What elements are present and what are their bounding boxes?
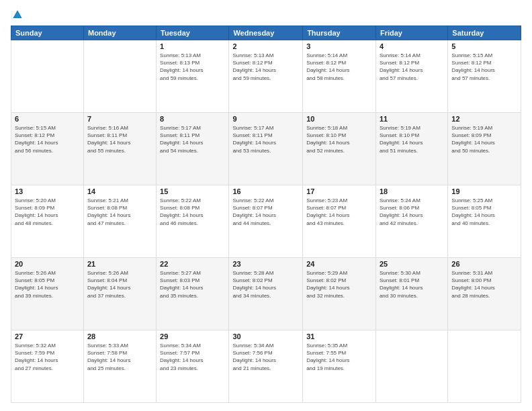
day-info: Sunrise: 5:21 AMSunset: 8:08 PMDaylight:… xyxy=(87,197,152,227)
day-number: 22 xyxy=(160,260,225,268)
col-header-monday: Monday xyxy=(83,26,156,40)
day-info: Sunrise: 5:15 AMSunset: 8:12 PMDaylight:… xyxy=(15,124,80,154)
day-number: 20 xyxy=(15,260,80,268)
day-number: 31 xyxy=(306,332,372,340)
day-cell: 15Sunrise: 5:22 AMSunset: 8:08 PMDayligh… xyxy=(157,185,229,258)
calendar-table: SundayMondayTuesdayWednesdayThursdayFrid… xyxy=(11,26,521,403)
day-info: Sunrise: 5:13 AMSunset: 8:12 PMDaylight:… xyxy=(232,52,299,82)
day-cell: 21Sunrise: 5:26 AMSunset: 8:04 PMDayligh… xyxy=(83,258,156,330)
day-number: 6 xyxy=(15,115,80,123)
day-info: Sunrise: 5:35 AMSunset: 7:55 PMDaylight:… xyxy=(306,342,372,372)
day-info: Sunrise: 5:22 AMSunset: 8:08 PMDaylight:… xyxy=(160,197,225,227)
day-number: 9 xyxy=(232,115,299,123)
day-cell: 9Sunrise: 5:17 AMSunset: 8:11 PMDaylight… xyxy=(229,113,303,185)
day-cell: 4Sunrise: 5:14 AMSunset: 8:12 PMDaylight… xyxy=(375,40,447,113)
day-cell: 10Sunrise: 5:18 AMSunset: 8:10 PMDayligh… xyxy=(303,113,376,185)
col-header-thursday: Thursday xyxy=(303,26,376,40)
day-number: 14 xyxy=(87,187,152,195)
day-cell: 26Sunrise: 5:31 AMSunset: 8:00 PMDayligh… xyxy=(448,258,521,330)
day-info: Sunrise: 5:17 AMSunset: 8:11 PMDaylight:… xyxy=(232,124,299,154)
day-number: 25 xyxy=(380,260,444,268)
col-header-sunday: Sunday xyxy=(11,26,84,40)
day-number: 29 xyxy=(160,332,225,340)
day-cell: 11Sunrise: 5:19 AMSunset: 8:10 PMDayligh… xyxy=(375,113,447,185)
day-info: Sunrise: 5:28 AMSunset: 8:02 PMDaylight:… xyxy=(232,269,299,300)
week-row-1: 1Sunrise: 5:13 AMSunset: 8:13 PMDaylight… xyxy=(11,40,521,113)
day-cell xyxy=(375,330,447,403)
day-number: 21 xyxy=(87,260,152,268)
day-cell: 2Sunrise: 5:13 AMSunset: 8:12 PMDaylight… xyxy=(229,40,303,113)
week-row-3: 13Sunrise: 5:20 AMSunset: 8:09 PMDayligh… xyxy=(11,185,521,258)
day-cell xyxy=(11,40,84,113)
day-info: Sunrise: 5:14 AMSunset: 8:12 PMDaylight:… xyxy=(380,52,444,82)
day-info: Sunrise: 5:33 AMSunset: 7:58 PMDaylight:… xyxy=(87,342,152,372)
day-cell: 16Sunrise: 5:22 AMSunset: 8:07 PMDayligh… xyxy=(229,185,303,258)
day-cell: 31Sunrise: 5:35 AMSunset: 7:55 PMDayligh… xyxy=(303,330,376,403)
day-number: 30 xyxy=(232,332,299,340)
day-number: 26 xyxy=(451,260,517,268)
day-cell: 27Sunrise: 5:32 AMSunset: 7:59 PMDayligh… xyxy=(11,330,84,403)
day-info: Sunrise: 5:20 AMSunset: 8:09 PMDaylight:… xyxy=(15,197,80,227)
day-info: Sunrise: 5:19 AMSunset: 8:09 PMDaylight:… xyxy=(451,124,517,154)
day-info: Sunrise: 5:32 AMSunset: 7:59 PMDaylight:… xyxy=(15,342,80,372)
day-info: Sunrise: 5:26 AMSunset: 8:05 PMDaylight:… xyxy=(15,269,80,300)
day-info: Sunrise: 5:24 AMSunset: 8:06 PMDaylight:… xyxy=(380,197,444,227)
day-number: 18 xyxy=(380,187,444,195)
day-info: Sunrise: 5:23 AMSunset: 8:07 PMDaylight:… xyxy=(306,197,372,227)
day-number: 3 xyxy=(306,42,372,50)
day-number: 10 xyxy=(306,115,372,123)
day-info: Sunrise: 5:16 AMSunset: 8:11 PMDaylight:… xyxy=(87,124,152,154)
day-cell: 23Sunrise: 5:28 AMSunset: 8:02 PMDayligh… xyxy=(229,258,303,330)
day-cell: 29Sunrise: 5:34 AMSunset: 7:57 PMDayligh… xyxy=(157,330,229,403)
day-cell: 8Sunrise: 5:17 AMSunset: 8:11 PMDaylight… xyxy=(157,113,229,185)
page: SundayMondayTuesdayWednesdayThursdayFrid… xyxy=(0,0,532,411)
day-cell: 6Sunrise: 5:15 AMSunset: 8:12 PMDaylight… xyxy=(11,113,84,185)
col-header-saturday: Saturday xyxy=(448,26,521,40)
day-number: 5 xyxy=(451,42,517,50)
day-number: 23 xyxy=(232,260,299,268)
col-header-tuesday: Tuesday xyxy=(157,26,229,40)
logo-icon xyxy=(11,8,24,21)
day-info: Sunrise: 5:18 AMSunset: 8:10 PMDaylight:… xyxy=(306,124,372,154)
day-number: 4 xyxy=(380,42,444,50)
day-cell: 7Sunrise: 5:16 AMSunset: 8:11 PMDaylight… xyxy=(83,113,156,185)
day-cell: 1Sunrise: 5:13 AMSunset: 8:13 PMDaylight… xyxy=(157,40,229,113)
day-cell: 19Sunrise: 5:25 AMSunset: 8:05 PMDayligh… xyxy=(448,185,521,258)
day-cell: 25Sunrise: 5:30 AMSunset: 8:01 PMDayligh… xyxy=(375,258,447,330)
day-number: 15 xyxy=(160,187,225,195)
day-cell: 20Sunrise: 5:26 AMSunset: 8:05 PMDayligh… xyxy=(11,258,84,330)
day-cell: 3Sunrise: 5:14 AMSunset: 8:12 PMDaylight… xyxy=(303,40,376,113)
day-cell: 14Sunrise: 5:21 AMSunset: 8:08 PMDayligh… xyxy=(83,185,156,258)
logo xyxy=(11,8,27,21)
day-info: Sunrise: 5:34 AMSunset: 7:57 PMDaylight:… xyxy=(160,342,225,372)
day-number: 2 xyxy=(232,42,299,50)
day-info: Sunrise: 5:15 AMSunset: 8:12 PMDaylight:… xyxy=(451,52,517,82)
day-info: Sunrise: 5:22 AMSunset: 8:07 PMDaylight:… xyxy=(232,197,299,227)
day-info: Sunrise: 5:14 AMSunset: 8:12 PMDaylight:… xyxy=(306,52,372,82)
day-number: 27 xyxy=(15,332,80,340)
day-number: 17 xyxy=(306,187,372,195)
day-info: Sunrise: 5:31 AMSunset: 8:00 PMDaylight:… xyxy=(451,269,517,300)
day-info: Sunrise: 5:30 AMSunset: 8:01 PMDaylight:… xyxy=(380,269,444,300)
day-info: Sunrise: 5:19 AMSunset: 8:10 PMDaylight:… xyxy=(380,124,444,154)
day-number: 16 xyxy=(232,187,299,195)
day-cell: 5Sunrise: 5:15 AMSunset: 8:12 PMDaylight… xyxy=(448,40,521,113)
week-row-5: 27Sunrise: 5:32 AMSunset: 7:59 PMDayligh… xyxy=(11,330,521,403)
week-row-4: 20Sunrise: 5:26 AMSunset: 8:05 PMDayligh… xyxy=(11,258,521,330)
day-cell: 24Sunrise: 5:29 AMSunset: 8:02 PMDayligh… xyxy=(303,258,376,330)
day-number: 24 xyxy=(306,260,372,268)
col-header-wednesday: Wednesday xyxy=(229,26,303,40)
day-number: 28 xyxy=(87,332,152,340)
day-cell: 18Sunrise: 5:24 AMSunset: 8:06 PMDayligh… xyxy=(375,185,447,258)
day-info: Sunrise: 5:13 AMSunset: 8:13 PMDaylight:… xyxy=(160,52,225,82)
day-cell: 12Sunrise: 5:19 AMSunset: 8:09 PMDayligh… xyxy=(448,113,521,185)
day-info: Sunrise: 5:34 AMSunset: 7:56 PMDaylight:… xyxy=(232,342,299,372)
day-cell: 22Sunrise: 5:27 AMSunset: 8:03 PMDayligh… xyxy=(157,258,229,330)
header xyxy=(11,8,521,21)
day-number: 1 xyxy=(160,42,225,50)
day-info: Sunrise: 5:26 AMSunset: 8:04 PMDaylight:… xyxy=(87,269,152,300)
day-cell xyxy=(448,330,521,403)
day-info: Sunrise: 5:27 AMSunset: 8:03 PMDaylight:… xyxy=(160,269,225,300)
day-number: 11 xyxy=(380,115,444,123)
day-cell xyxy=(83,40,156,113)
